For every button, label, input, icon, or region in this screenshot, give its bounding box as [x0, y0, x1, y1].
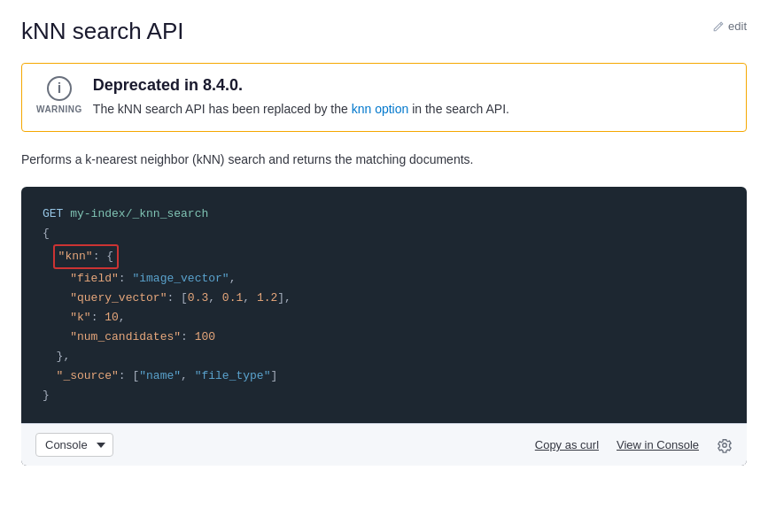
warning-box: i WARNING Deprecated in 8.4.0. The kNN s…	[21, 63, 747, 132]
code-line-method: GET my-index/_knn_search	[43, 204, 725, 224]
warning-text-after: in the search API.	[408, 102, 509, 116]
edit-link[interactable]: edit	[712, 19, 747, 33]
warning-icon-wrap: i WARNING	[36, 76, 82, 114]
footer-actions: Copy as curl View in Console	[535, 437, 733, 453]
warning-title: Deprecated in 8.4.0.	[93, 76, 732, 95]
settings-icon[interactable]	[717, 437, 733, 453]
code-line-source: "_source": ["name", "file_type"]	[43, 366, 725, 386]
code-line-close-knn: },	[43, 347, 725, 366]
description: Performs a k-nearest neighbor (kNN) sear…	[21, 150, 747, 169]
edit-icon	[712, 20, 725, 33]
page-title: kNN search API	[21, 18, 747, 45]
code-area: GET my-index/_knn_search { "knn": { "fie…	[21, 187, 747, 423]
warning-content: Deprecated in 8.4.0. The kNN search API …	[93, 76, 732, 119]
edit-label: edit	[728, 19, 747, 33]
code-line-field: "field": "image_vector",	[43, 269, 725, 289]
knn-option-link[interactable]: knn option	[352, 102, 409, 116]
code-line-k: "k": 10,	[43, 308, 725, 328]
code-block-container: GET my-index/_knn_search { "knn": { "fie…	[21, 187, 747, 466]
copy-as-curl-button[interactable]: Copy as curl	[535, 438, 599, 451]
warning-text: The kNN search API has been replaced by …	[93, 100, 732, 119]
code-line-query-vector: "query_vector": [0.3, 0.1, 1.2],	[43, 289, 725, 308]
code-footer: Console Copy as curl View in Console	[21, 423, 747, 466]
view-in-console-button[interactable]: View in Console	[617, 438, 699, 451]
code-line-knn: "knn": {	[43, 244, 725, 269]
code-line-close: }	[43, 386, 725, 405]
warning-label: WARNING	[36, 104, 82, 114]
code-line-num-candidates: "num_candidates": 100	[43, 328, 725, 347]
console-select[interactable]: Console	[35, 433, 113, 457]
code-line-open: {	[43, 224, 725, 243]
warning-text-before: The kNN search API has been replaced by …	[93, 102, 352, 116]
warning-icon: i	[47, 76, 72, 101]
